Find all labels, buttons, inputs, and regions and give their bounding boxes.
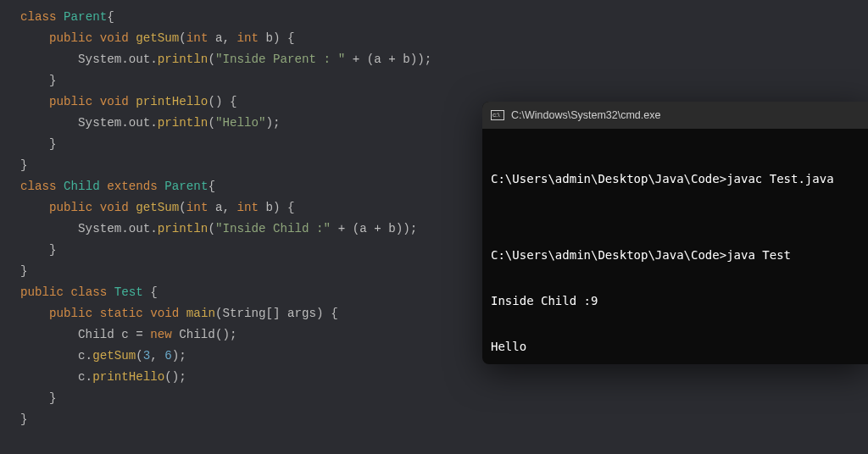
terminal-line: C:\Users\admin\Desktop\Java\Code>javac T…: [491, 171, 860, 186]
terminal-body[interactable]: C:\Users\admin\Desktop\Java\Code>javac T…: [482, 129, 868, 364]
code-line: c.getSum(3, 6);: [20, 349, 186, 363]
code-line: public void printHello() {: [20, 95, 236, 108]
code-line: class Child extends Parent{: [20, 180, 215, 193]
code-line: Child c = new Child();: [20, 328, 236, 341]
code-line: c.printHello();: [20, 370, 186, 384]
terminal-titlebar[interactable]: c:\ C:\Windows\System32\cmd.exe: [482, 102, 868, 129]
cmd-icon: c:\: [491, 110, 504, 120]
code-line: public void getSum(int a, int b) {: [20, 31, 295, 45]
code-line: }: [20, 74, 57, 87]
terminal-title: C:\Windows\System32\cmd.exe: [511, 109, 660, 121]
code-line: }: [20, 264, 28, 278]
code-line: public class Test {: [20, 285, 158, 299]
code-line: }: [20, 412, 28, 426]
terminal-line: Inside Child :9: [491, 293, 860, 308]
code-line: }: [20, 158, 28, 172]
code-line: public static void main(String[] args) {: [20, 307, 338, 320]
code-line: }: [20, 137, 57, 151]
code-line: System.out.println("Hello");: [20, 116, 281, 130]
code-line: System.out.println("Inside Child :" + (a…: [20, 222, 417, 235]
code-line: class Parent{: [20, 10, 114, 24]
terminal-window[interactable]: c:\ C:\Windows\System32\cmd.exe C:\Users…: [482, 102, 868, 364]
code-line: public void getSum(int a, int b) {: [20, 201, 295, 214]
code-line: }: [20, 243, 57, 257]
terminal-line: Hello: [491, 339, 860, 354]
code-line: }: [20, 391, 57, 405]
terminal-line: C:\Users\admin\Desktop\Java\Code>java Te…: [491, 247, 860, 263]
code-line: System.out.println("Inside Parent : " + …: [20, 53, 431, 66]
